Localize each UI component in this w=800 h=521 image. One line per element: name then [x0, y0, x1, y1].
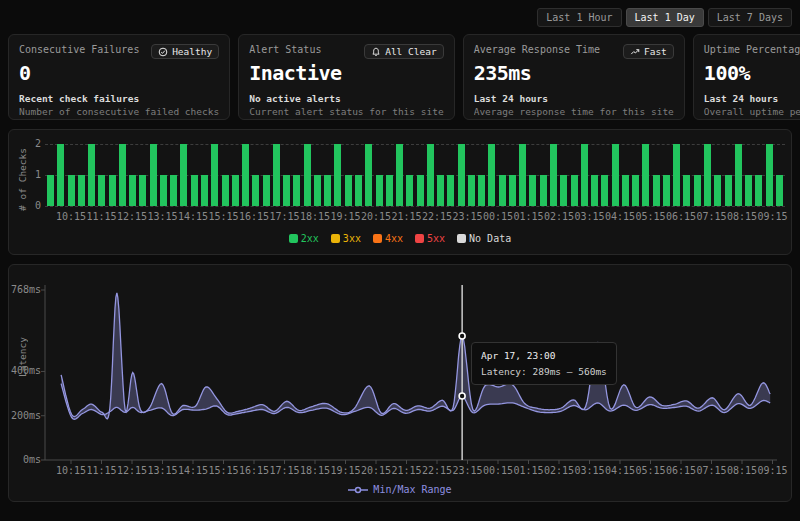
time-range-button-1day[interactable]: Last 1 Day: [626, 8, 704, 27]
status-bar-2xx[interactable]: [683, 175, 690, 206]
legend-item-5xx: 5xx: [415, 233, 445, 244]
status-bar-2xx[interactable]: [714, 175, 721, 206]
stat-card-alert-status: Alert Status All Clear Inactive No activ…: [238, 34, 454, 120]
status-bar-2xx[interactable]: [139, 175, 146, 206]
status-bar-2xx[interactable]: [293, 175, 300, 206]
latency-x-tick-label: 04:15: [605, 465, 635, 476]
status-bar-2xx[interactable]: [345, 175, 352, 206]
status-bar-2xx[interactable]: [581, 144, 588, 206]
status-bar-2xx[interactable]: [632, 175, 639, 206]
card-title: Alert Status: [249, 44, 321, 55]
status-bar-2xx[interactable]: [776, 175, 783, 206]
status-bar-2xx[interactable]: [755, 175, 762, 206]
status-bar-2xx[interactable]: [509, 175, 516, 206]
card-description: Current alert status for this site: [249, 106, 443, 117]
status-bar-2xx[interactable]: [550, 144, 557, 206]
status-bar-2xx[interactable]: [468, 175, 475, 206]
status-bar-2xx[interactable]: [47, 175, 54, 206]
status-bar-2xx[interactable]: [386, 175, 393, 206]
status-bar-2xx[interactable]: [437, 175, 444, 206]
status-bar-2xx[interactable]: [704, 144, 711, 206]
status-bar-2xx[interactable]: [488, 144, 495, 206]
status-bar-2xx[interactable]: [150, 144, 157, 206]
status-bar-2xx[interactable]: [458, 144, 465, 206]
latency-x-axis-labels: 10:1511:1512:1513:1514:1515:1516:1517:15…: [45, 465, 785, 477]
status-bar-2xx[interactable]: [406, 175, 413, 206]
latency-x-tick-label: 23:15: [452, 465, 482, 476]
status-bar-2xx[interactable]: [355, 175, 362, 206]
status-bar-2xx[interactable]: [478, 175, 485, 206]
legend-label: 5xx: [427, 233, 445, 244]
status-bar-2xx[interactable]: [88, 144, 95, 206]
status-bar-2xx[interactable]: [612, 144, 619, 206]
checks-x-tick-label: 05:15: [635, 211, 665, 222]
time-range-button-7days[interactable]: Last 7 Days: [708, 8, 792, 27]
status-bar-2xx[interactable]: [324, 175, 331, 206]
status-bar-2xx[interactable]: [232, 175, 239, 206]
checks-x-tick-label: 14:15: [178, 211, 208, 222]
tooltip-latency-range: Latency: 289ms – 560ms: [481, 366, 607, 377]
status-bar-2xx[interactable]: [109, 175, 116, 206]
max-latency-line: [61, 293, 770, 419]
checks-x-tick-label: 17:15: [269, 211, 299, 222]
status-bar-2xx[interactable]: [283, 175, 290, 206]
status-bar-2xx[interactable]: [653, 175, 660, 206]
status-bar-2xx[interactable]: [365, 144, 372, 206]
status-bar-2xx[interactable]: [694, 175, 701, 206]
status-bar-2xx[interactable]: [591, 175, 598, 206]
checks-x-tick-label: 18:15: [300, 211, 330, 222]
status-bar-2xx[interactable]: [427, 144, 434, 206]
status-bar-2xx[interactable]: [376, 175, 383, 206]
status-badge: Fast: [623, 44, 674, 59]
status-bar-2xx[interactable]: [191, 175, 198, 206]
status-bar-2xx[interactable]: [211, 144, 218, 206]
status-bar-2xx[interactable]: [663, 175, 670, 206]
checks-y-tick: 0: [11, 200, 41, 211]
status-bar-2xx[interactable]: [725, 175, 732, 206]
status-bar-2xx[interactable]: [417, 175, 424, 206]
status-bar-2xx[interactable]: [68, 175, 75, 206]
status-bar-2xx[interactable]: [170, 175, 177, 206]
latency-x-tick-label: 10:15: [56, 465, 86, 476]
latency-x-tick-label: 08:15: [727, 465, 757, 476]
status-bar-2xx[interactable]: [601, 175, 608, 206]
card-subtitle: Last 24 hours: [704, 93, 800, 104]
checks-x-tick-label: 16:15: [239, 211, 269, 222]
status-bar-2xx[interactable]: [519, 144, 526, 206]
legend-label: 4xx: [385, 233, 403, 244]
status-bar-2xx[interactable]: [273, 144, 280, 206]
status-bar-2xx[interactable]: [180, 144, 187, 206]
status-bar-2xx[interactable]: [57, 144, 64, 206]
status-bar-2xx[interactable]: [119, 144, 126, 206]
status-bar-2xx[interactable]: [334, 144, 341, 206]
status-bar-2xx[interactable]: [242, 144, 249, 206]
status-bar-2xx[interactable]: [622, 175, 629, 206]
time-range-button-1hour[interactable]: Last 1 Hour: [537, 8, 621, 27]
status-bar-2xx[interactable]: [447, 175, 454, 206]
status-bar-2xx[interactable]: [499, 175, 506, 206]
status-bar-2xx[interactable]: [160, 175, 167, 206]
status-bar-2xx[interactable]: [540, 175, 547, 206]
status-bar-2xx[interactable]: [252, 175, 259, 206]
status-bar-2xx[interactable]: [745, 175, 752, 206]
status-bar-2xx[interactable]: [201, 175, 208, 206]
checks-x-tick-label: 21:15: [391, 211, 421, 222]
status-bar-2xx[interactable]: [529, 175, 536, 206]
status-bar-2xx[interactable]: [98, 175, 105, 206]
status-bar-2xx[interactable]: [78, 175, 85, 206]
status-bar-2xx[interactable]: [571, 175, 578, 206]
status-bar-2xx[interactable]: [263, 175, 270, 206]
status-bar-2xx[interactable]: [304, 144, 311, 206]
card-description: Average response time for this site: [474, 106, 674, 117]
status-bar-2xx[interactable]: [766, 144, 773, 206]
checks-plot-area[interactable]: [45, 144, 785, 207]
status-bar-2xx[interactable]: [129, 175, 136, 206]
status-bar-2xx[interactable]: [673, 144, 680, 206]
status-bar-2xx[interactable]: [560, 175, 567, 206]
status-bar-2xx[interactable]: [396, 144, 403, 206]
status-bar-2xx[interactable]: [222, 175, 229, 206]
status-bar-2xx[interactable]: [735, 144, 742, 206]
status-bar-2xx[interactable]: [642, 144, 649, 206]
latency-minmax-area-chart[interactable]: [45, 279, 777, 469]
status-bar-2xx[interactable]: [314, 175, 321, 206]
